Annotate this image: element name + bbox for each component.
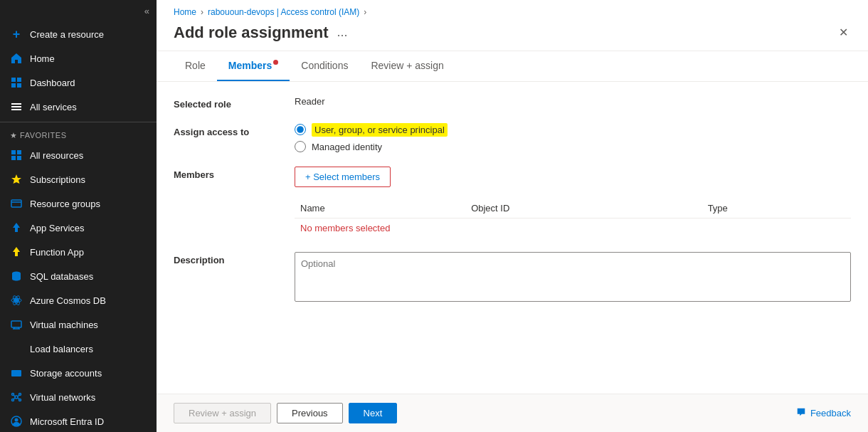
sidebar-item-all-resources[interactable]: All resources bbox=[0, 143, 157, 167]
resource-groups-icon bbox=[10, 197, 23, 210]
assign-access-label: Assign access to bbox=[174, 124, 280, 137]
main-content: Home › rabououn-devops | Access control … bbox=[157, 0, 868, 432]
sidebar-item-storage-accounts[interactable]: Storage accounts bbox=[0, 361, 157, 385]
selected-role-value: Reader bbox=[295, 96, 851, 107]
members-value: + Select members Name Object ID Type No … bbox=[295, 167, 851, 238]
svg-rect-4 bbox=[11, 103, 21, 105]
radio-user-group-label: User, group, or service principal bbox=[312, 125, 448, 135]
tab-conditions[interactable]: Conditions bbox=[290, 51, 359, 81]
sidebar-item-create-resource[interactable]: + Create a resource bbox=[0, 22, 157, 46]
members-row: Members + Select members Name Object ID … bbox=[174, 167, 851, 238]
sidebar-item-label: SQL databases bbox=[30, 271, 93, 282]
virtual-networks-icon bbox=[10, 391, 23, 404]
radio-managed-identity[interactable]: Managed identity bbox=[295, 141, 851, 152]
sidebar-item-microsoft-entra-id[interactable]: Microsoft Entra ID bbox=[0, 409, 157, 432]
all-resources-icon bbox=[10, 149, 23, 162]
select-members-button[interactable]: + Select members bbox=[295, 167, 391, 187]
description-textarea[interactable] bbox=[295, 252, 851, 302]
sidebar-item-label: Load balancers bbox=[30, 344, 93, 354]
dashboard-icon bbox=[10, 76, 23, 89]
svg-line-28 bbox=[18, 398, 19, 399]
description-label: Description bbox=[174, 252, 280, 265]
page-header: Add role assignment ... ✕ bbox=[157, 20, 868, 51]
sidebar-item-label: Storage accounts bbox=[30, 368, 102, 379]
feedback-link[interactable]: Feedback bbox=[796, 407, 851, 419]
svg-rect-5 bbox=[11, 106, 21, 107]
sidebar-collapse-button[interactable]: « bbox=[0, 0, 157, 22]
svg-rect-18 bbox=[11, 370, 21, 376]
sidebar-item-label: Create a resource bbox=[30, 29, 104, 40]
sidebar-item-label: Subscriptions bbox=[30, 174, 85, 185]
sidebar-item-virtual-machines[interactable]: Virtual machines bbox=[0, 312, 157, 337]
sidebar-item-label: Resource groups bbox=[30, 199, 100, 209]
breadcrumb-resource[interactable]: rabououn-devops | Access control (IAM) bbox=[208, 7, 359, 17]
svg-rect-8 bbox=[17, 150, 21, 154]
svg-rect-17 bbox=[11, 321, 21, 327]
breadcrumb: Home › rabououn-devops | Access control … bbox=[157, 0, 868, 20]
subscriptions-icon bbox=[10, 173, 23, 186]
sidebar-item-label: All resources bbox=[30, 150, 83, 161]
svg-rect-9 bbox=[11, 156, 16, 160]
more-options-button[interactable]: ... bbox=[337, 25, 348, 40]
selected-role-row: Selected role Reader bbox=[174, 96, 851, 110]
feedback-label: Feedback bbox=[810, 408, 851, 418]
sidebar-item-app-services[interactable]: App Services bbox=[0, 216, 157, 240]
sidebar-item-label: Azure Cosmos DB bbox=[30, 295, 106, 306]
selected-role-label: Selected role bbox=[174, 96, 280, 110]
tab-members[interactable]: Members bbox=[217, 51, 290, 81]
virtual-machines-icon bbox=[10, 318, 23, 331]
create-resource-icon: + bbox=[10, 28, 23, 41]
radio-user-group-text: User, group, or service principal bbox=[312, 123, 448, 137]
svg-point-30 bbox=[15, 418, 18, 422]
col-name: Name bbox=[295, 199, 465, 218]
entra-id-icon bbox=[10, 415, 23, 428]
no-members-row: No members selected bbox=[295, 218, 851, 238]
sidebar-item-label: Virtual machines bbox=[30, 320, 98, 330]
svg-rect-11 bbox=[11, 200, 21, 207]
assign-access-row: Assign access to User, group, or service… bbox=[174, 124, 851, 152]
sidebar-item-home[interactable]: Home bbox=[0, 46, 157, 70]
assign-access-value: User, group, or service principal Manage… bbox=[295, 124, 851, 152]
next-button[interactable]: Next bbox=[349, 403, 398, 423]
close-button[interactable]: ✕ bbox=[836, 23, 851, 42]
sidebar-item-subscriptions[interactable]: Subscriptions bbox=[0, 167, 157, 191]
description-row: Description bbox=[174, 252, 851, 304]
previous-button[interactable]: Previous bbox=[277, 403, 343, 423]
app-services-icon bbox=[10, 221, 23, 234]
sidebar-item-resource-groups[interactable]: Resource groups bbox=[0, 191, 157, 216]
svg-rect-0 bbox=[11, 78, 16, 82]
radio-managed-identity-input[interactable] bbox=[295, 141, 306, 152]
sidebar-item-label: Virtual networks bbox=[30, 392, 95, 403]
tab-review-assign[interactable]: Review + assign bbox=[359, 51, 455, 81]
cosmos-db-icon bbox=[10, 294, 23, 307]
breadcrumb-home[interactable]: Home bbox=[174, 7, 196, 17]
svg-rect-7 bbox=[11, 150, 16, 154]
review-assign-button[interactable]: Review + assign bbox=[174, 403, 271, 423]
sidebar-item-dashboard[interactable]: Dashboard bbox=[0, 70, 157, 95]
sidebar-item-label: Function App bbox=[30, 247, 84, 258]
sidebar-item-all-services[interactable]: All services bbox=[0, 95, 157, 119]
sidebar-item-function-app[interactable]: Function App bbox=[0, 240, 157, 264]
radio-user-group[interactable]: User, group, or service principal bbox=[295, 124, 851, 135]
radio-user-group-input[interactable] bbox=[295, 124, 306, 135]
tab-role[interactable]: Role bbox=[174, 51, 217, 81]
members-dot bbox=[273, 60, 278, 65]
sql-databases-icon bbox=[10, 270, 23, 283]
sidebar-item-load-balancers[interactable]: Load balancers bbox=[0, 337, 157, 361]
svg-rect-1 bbox=[17, 78, 21, 82]
sidebar-section-favorites: ★ FAVORITES bbox=[0, 125, 157, 143]
sidebar-item-label: Dashboard bbox=[30, 78, 75, 88]
sidebar: « + Create a resource Home Dashboard All… bbox=[0, 0, 157, 432]
all-services-icon bbox=[10, 100, 23, 113]
function-app-icon bbox=[10, 246, 23, 258]
svg-rect-3 bbox=[17, 83, 21, 88]
radio-managed-identity-label: Managed identity bbox=[312, 142, 382, 152]
svg-line-27 bbox=[14, 398, 15, 399]
no-members-text: No members selected bbox=[295, 218, 851, 238]
svg-rect-6 bbox=[11, 109, 21, 110]
favorites-star-icon: ★ bbox=[10, 131, 18, 139]
members-table: Name Object ID Type No members selected bbox=[295, 199, 851, 238]
sidebar-item-azure-cosmos-db[interactable]: Azure Cosmos DB bbox=[0, 288, 157, 312]
sidebar-item-virtual-networks[interactable]: Virtual networks bbox=[0, 385, 157, 409]
sidebar-item-sql-databases[interactable]: SQL databases bbox=[0, 264, 157, 288]
